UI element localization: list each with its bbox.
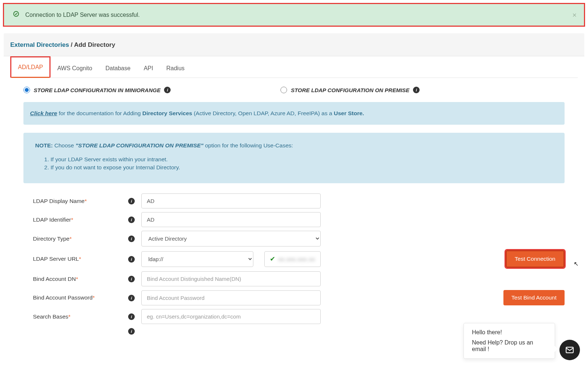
radio-onpremise-label: STORE LDAP CONFIGURATION ON PREMISE xyxy=(291,87,409,93)
info-icon[interactable]: i xyxy=(128,276,135,282)
check-icon: ✔ xyxy=(270,255,275,263)
info-icon[interactable]: i xyxy=(128,328,135,335)
info-icon[interactable]: i xyxy=(128,256,135,263)
info-icon[interactable]: i xyxy=(128,295,135,301)
success-alert: Connection to LDAP Server was successful… xyxy=(3,3,585,27)
directory-type-label: Directory Type* xyxy=(33,236,128,242)
server-url-label: LDAP Server URL* xyxy=(33,256,128,262)
info-icon[interactable]: i xyxy=(128,216,135,223)
tabs: AD/LDAP AWS Cognito Database API Radius xyxy=(10,56,578,78)
alert-message: Connection to LDAP Server was successful… xyxy=(25,12,140,18)
note-item-1: If your LDAP Server exists within your i… xyxy=(51,156,553,163)
radio-onpremise[interactable] xyxy=(280,87,287,93)
test-bind-button[interactable]: Test Bind Account xyxy=(503,290,565,305)
search-bases-input[interactable] xyxy=(141,309,321,324)
display-name-input[interactable] xyxy=(141,193,321,208)
info-icon[interactable]: i xyxy=(164,87,171,93)
breadcrumb-current: Add Directory xyxy=(74,41,115,48)
info-icon[interactable]: i xyxy=(128,236,135,242)
note-item-2: If you do not want to expose your Intern… xyxy=(51,164,553,171)
search-bases-label: Search Bases* xyxy=(33,313,128,320)
note-banner: NOTE: Choose "STORE LDAP CONFIGURATION O… xyxy=(23,133,565,183)
test-connection-button[interactable]: Test Connection xyxy=(506,250,565,268)
server-url-input[interactable]: ✔ xx.xxx.xxx.xx xyxy=(264,251,321,267)
doc-banner: Click here for the documentation for Add… xyxy=(23,102,565,125)
bind-dn-input[interactable] xyxy=(141,271,321,286)
identifier-label: LDAP Identifier* xyxy=(33,216,128,223)
breadcrumb-parent-link[interactable]: External Directories xyxy=(10,41,69,48)
breadcrumb: External Directories / Add Directory xyxy=(4,33,584,56)
storage-radio-group: STORE LDAP CONFIGURATION IN MINIORANGE i… xyxy=(23,87,565,93)
bind-pw-label: Bind Account Password* xyxy=(33,294,128,301)
tab-database[interactable]: Database xyxy=(99,56,137,78)
tab-adldap[interactable]: AD/LDAP xyxy=(10,56,51,78)
display-name-label: LDAP Display Name* xyxy=(33,198,128,204)
note-label: NOTE: xyxy=(35,142,53,148)
protocol-select[interactable]: ldap:// xyxy=(141,251,253,267)
bind-pw-input[interactable] xyxy=(141,290,321,305)
info-icon[interactable]: i xyxy=(413,87,420,93)
info-icon[interactable]: i xyxy=(128,313,135,320)
tab-cognito[interactable]: AWS Cognito xyxy=(51,56,98,78)
check-circle-icon xyxy=(13,11,19,19)
cursor-icon: ↖ xyxy=(574,260,578,267)
breadcrumb-separator: / xyxy=(69,41,74,48)
radio-miniorange-label: STORE LDAP CONFIGURATION IN MINIORANGE xyxy=(34,87,160,93)
chat-bubble: Hello there! Need Help? Drop us an email… xyxy=(464,323,555,343)
doc-click-here-link[interactable]: Click here xyxy=(30,110,57,116)
identifier-input[interactable] xyxy=(141,212,321,227)
tab-api[interactable]: API xyxy=(137,56,160,78)
info-icon[interactable]: i xyxy=(128,198,135,204)
bind-dn-label: Bind Account DN* xyxy=(33,276,128,282)
chat-help-text: Need Help? Drop us an email ! xyxy=(472,339,547,343)
main-panel: External Directories / Add Directory AD/… xyxy=(4,33,584,343)
close-icon[interactable]: × xyxy=(572,11,577,19)
tab-radius[interactable]: Radius xyxy=(160,56,191,78)
radio-miniorange[interactable] xyxy=(23,87,30,93)
server-url-value: xx.xxx.xxx.xx xyxy=(278,256,315,262)
directory-type-select[interactable]: Active Directory xyxy=(141,231,321,246)
chat-greeting: Hello there! xyxy=(472,329,547,336)
